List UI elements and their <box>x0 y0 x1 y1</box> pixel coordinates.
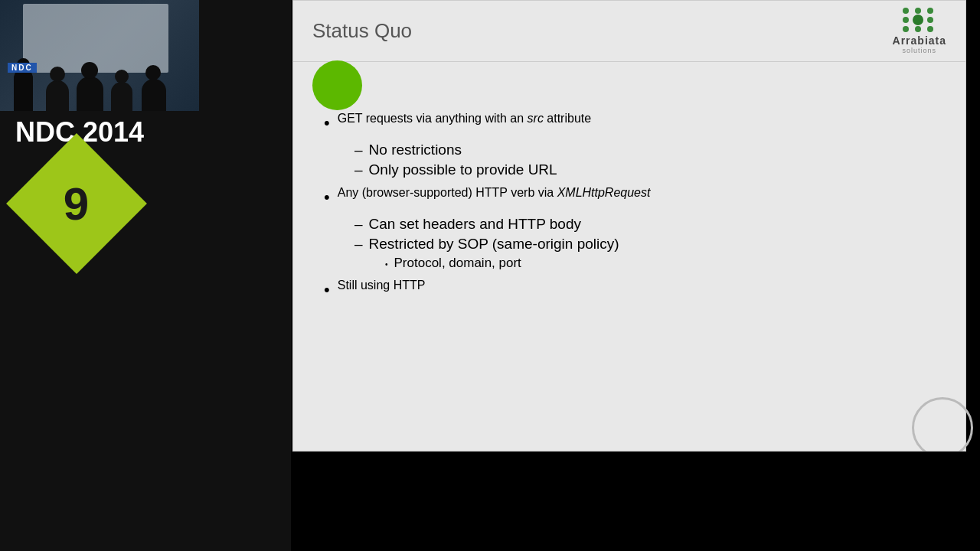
arrabiata-name: Arrabiata <box>893 34 946 47</box>
sub2-protocol: • Protocol, domain, port <box>385 256 942 271</box>
left-panel: NDC NDC 2014 9 <box>0 0 291 551</box>
sub-no-restrictions-text: No restrictions <box>369 142 462 158</box>
sub2-protocol-text: Protocol, domain, port <box>394 256 521 271</box>
bottom-circle-decoration <box>912 397 973 458</box>
dash-4: – <box>354 236 363 253</box>
bullet-any: • Any (browser-supported) HTTP verb via … <box>324 186 942 210</box>
sub-sop-text: Restricted by SOP (same-origin policy) <box>369 236 619 253</box>
sub-headers: – Can set headers and HTTP body <box>354 216 942 233</box>
bullet-get: • GET requests via anything with an src … <box>324 112 942 135</box>
bottom-black-bar <box>292 452 966 551</box>
bullet-any-text: Any (browser-supported) HTTP verb via XM… <box>338 186 651 200</box>
ndc-diamond: 9 <box>6 133 147 274</box>
dot-sub2: • <box>385 260 388 269</box>
sub-only-url-text: Only possible to provide URL <box>369 161 557 178</box>
logo-dots <box>903 8 936 32</box>
arrabiata-sub: solutions <box>903 47 937 54</box>
sub-no-restrictions: – No restrictions <box>354 142 942 158</box>
ndc-badge-area: NDC 2014 9 <box>15 119 144 253</box>
sub-headers-text: Can set headers and HTTP body <box>369 216 581 233</box>
bullet-dot-3: • <box>324 279 330 302</box>
dash-2: – <box>354 161 363 178</box>
bullet-dot-1: • <box>324 112 330 135</box>
dash-1: – <box>354 142 363 158</box>
slide-header: Status Quo Arrabiata solutions <box>293 1 965 62</box>
video-thumbnail: NDC <box>0 0 199 111</box>
bullet-get-text: GET requests via anything with an src at… <box>338 112 591 126</box>
ndc-number: 9 <box>64 178 89 230</box>
dash-3: – <box>354 216 363 233</box>
thumbnail-content <box>0 0 199 111</box>
arrabiata-logo: Arrabiata solutions <box>893 8 946 54</box>
slide-area: Status Quo Arrabiata solutions <box>292 0 966 452</box>
slide-title: Status Quo <box>312 19 412 43</box>
bullet-http: • Still using HTTP <box>324 279 942 302</box>
slide-content: • GET requests via anything with an src … <box>324 112 942 435</box>
sub-only-url: – Only possible to provide URL <box>354 161 942 178</box>
green-circle-decoration <box>312 60 362 110</box>
ndc-thumbnail-badge: NDC <box>8 63 37 73</box>
bullet-http-text: Still using HTTP <box>338 279 426 292</box>
sub-sop: – Restricted by SOP (same-origin policy) <box>354 236 942 253</box>
bullet-dot-2: • <box>324 186 330 210</box>
